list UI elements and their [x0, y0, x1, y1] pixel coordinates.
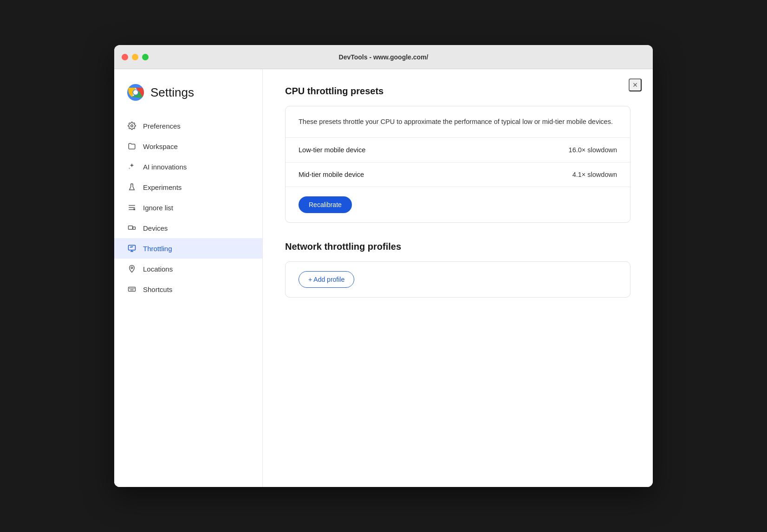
sidebar-item-label: Preferences [143, 122, 181, 130]
sidebar-item-ai-innovations[interactable]: AI innovations [114, 156, 262, 177]
sidebar-item-ignore-list[interactable]: Ignore list [114, 197, 262, 218]
sidebar-item-label: Experiments [143, 183, 182, 191]
sidebar-item-label: Throttling [143, 245, 172, 253]
cpu-throttling-card: These presets throttle your CPU to appro… [285, 106, 630, 223]
sidebar-item-label: Locations [143, 265, 173, 273]
mid-tier-value: 4.1× slowdown [572, 171, 617, 178]
cpu-section-title: CPU throttling presets [285, 86, 630, 97]
sidebar-item-label: Workspace [143, 143, 178, 150]
low-tier-value: 16.0× slowdown [569, 146, 617, 154]
sidebar-item-preferences[interactable]: Preferences [114, 116, 262, 136]
main-content: × CPU throttling presets These presets t… [263, 69, 653, 487]
low-tier-row: Low-tier mobile device 16.0× slowdown [286, 138, 630, 162]
cpu-description: These presets throttle your CPU to appro… [286, 106, 630, 138]
devtools-window: DevTools - www.google.com/ Settings [114, 45, 653, 487]
titlebar: DevTools - www.google.com/ [114, 45, 653, 69]
close-traffic-light[interactable] [122, 54, 128, 60]
settings-title: Settings [150, 85, 194, 100]
close-button[interactable]: × [629, 78, 642, 91]
sidebar-item-label: AI innovations [143, 163, 187, 171]
sidebar-item-locations[interactable]: Locations [114, 259, 262, 279]
window-content: Settings Preferences [114, 69, 653, 487]
chrome-logo-icon [127, 84, 144, 101]
ignore-list-icon [127, 203, 136, 212]
traffic-lights [122, 54, 149, 60]
low-tier-label: Low-tier mobile device [299, 146, 365, 154]
throttle-icon [127, 244, 136, 253]
folder-icon [127, 142, 136, 151]
pin-icon [127, 264, 136, 273]
sidebar-item-throttling[interactable]: Throttling [114, 238, 262, 259]
sidebar-item-label: Shortcuts [143, 285, 172, 293]
sparkle-icon [127, 162, 136, 171]
sidebar: Settings Preferences [114, 69, 263, 487]
sidebar-item-experiments[interactable]: Experiments [114, 177, 262, 197]
network-throttling-card: + Add profile [285, 261, 630, 298]
sidebar-item-workspace[interactable]: Workspace [114, 136, 262, 156]
gear-icon [127, 121, 136, 130]
window-title: DevTools - www.google.com/ [339, 53, 429, 61]
flask-icon [127, 182, 136, 192]
sidebar-item-shortcuts[interactable]: Shortcuts [114, 279, 262, 299]
sidebar-item-devices[interactable]: Devices [114, 218, 262, 238]
sidebar-item-label: Ignore list [143, 204, 173, 212]
network-section-title: Network throttling profiles [285, 241, 630, 252]
mid-tier-label: Mid-tier mobile device [299, 171, 364, 178]
keyboard-icon [127, 285, 136, 294]
recalibrate-button[interactable]: Recalibrate [299, 196, 352, 213]
network-card-footer: + Add profile [286, 262, 630, 297]
svg-rect-11 [129, 226, 133, 230]
svg-point-14 [131, 267, 133, 269]
add-profile-button[interactable]: + Add profile [299, 271, 354, 288]
settings-header: Settings [114, 84, 262, 116]
svg-rect-15 [129, 287, 136, 292]
sidebar-item-label: Devices [143, 224, 168, 232]
mid-tier-row: Mid-tier mobile device 4.1× slowdown [286, 162, 630, 187]
cpu-card-footer: Recalibrate [286, 187, 630, 222]
svg-rect-12 [133, 227, 135, 229]
devices-icon [127, 223, 136, 233]
minimize-traffic-light[interactable] [132, 54, 138, 60]
maximize-traffic-light[interactable] [142, 54, 149, 60]
svg-point-4 [131, 125, 133, 127]
nav-list: Preferences Workspace [114, 116, 262, 299]
svg-point-3 [133, 90, 138, 95]
